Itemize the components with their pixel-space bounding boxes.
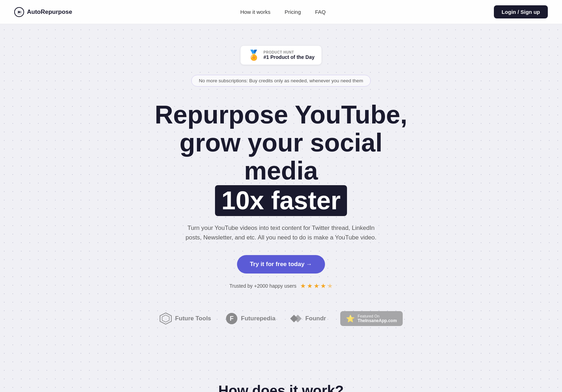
future-tools-icon xyxy=(159,312,172,325)
star-2: ★ xyxy=(307,282,313,290)
product-hunt-badge: 🏅 PRODUCT HUNT #1 Product of the Day xyxy=(240,45,322,65)
svg-marker-2 xyxy=(162,315,169,322)
foundr-icon xyxy=(290,312,302,325)
ph-badge-text: PRODUCT HUNT #1 Product of the Day xyxy=(264,50,315,60)
trust-line: Trusted by +2000 happy users ★ ★ ★ ★ ★ xyxy=(230,282,333,290)
cta-try-free-button[interactable]: Try it for free today → xyxy=(237,255,325,274)
future-tools-logo: Future Tools xyxy=(159,312,211,325)
ph-title: #1 Product of the Day xyxy=(264,54,315,60)
featured-on-site: TheInsaneApp.com xyxy=(358,318,397,323)
futurepedia-icon: F xyxy=(225,312,238,325)
logo-text: AutoRepurpose xyxy=(27,9,72,16)
future-tools-name: Future Tools xyxy=(175,315,211,322)
logo-icon xyxy=(14,7,24,17)
hero-subtext: Turn your YouTube videos into text conte… xyxy=(182,223,380,242)
futurepedia-name: Futurepedia xyxy=(241,315,275,322)
trust-text: Trusted by +2000 happy users xyxy=(230,283,297,289)
svg-text:F: F xyxy=(230,315,234,322)
nav-pricing[interactable]: Pricing xyxy=(285,9,301,15)
heading-line1: Repurpose YouTube, xyxy=(155,100,407,129)
navbar: AutoRepurpose How it works Pricing FAQ L… xyxy=(0,0,562,24)
cta-label: Try it for free today → xyxy=(250,261,312,268)
star-3: ★ xyxy=(314,282,319,290)
theinsaneapp-badge: ⭐ Featured On TheInsaneApp.com xyxy=(340,311,403,326)
futurepedia-logo: F Futurepedia xyxy=(225,312,275,325)
heading-line2: grow your social media xyxy=(180,128,382,185)
login-signup-button[interactable]: Login / Sign up xyxy=(494,5,548,18)
medal-icon: 🏅 xyxy=(248,49,260,61)
hero-section: 🏅 PRODUCT HUNT #1 Product of the Day No … xyxy=(0,24,562,369)
nav-faq[interactable]: FAQ xyxy=(315,9,326,15)
star-4: ★ xyxy=(320,282,326,290)
nav-links: How it works Pricing FAQ xyxy=(240,9,326,15)
star-rating: ★ ★ ★ ★ ★ xyxy=(300,282,333,290)
hero-heading: Repurpose YouTube, grow your social medi… xyxy=(139,101,423,216)
nav-how-it-works[interactable]: How it works xyxy=(240,9,270,15)
svg-marker-1 xyxy=(160,313,171,324)
promo-banner: No more subscriptions: Buy credits only … xyxy=(191,75,370,87)
featured-logos: Future Tools F Futurepedia Foundr xyxy=(159,311,402,326)
star-5: ★ xyxy=(327,282,333,290)
logo[interactable]: AutoRepurpose xyxy=(14,7,72,17)
featured-on-text: Featured On TheInsaneApp.com xyxy=(358,314,397,323)
how-title: How does it work? xyxy=(14,383,548,392)
heading-highlight: 10x faster xyxy=(215,185,347,216)
star-badge-icon: ⭐ xyxy=(346,314,355,323)
star-1: ★ xyxy=(300,282,306,290)
ph-label: PRODUCT HUNT xyxy=(264,50,315,54)
featured-on-label: Featured On xyxy=(358,314,397,318)
foundr-name: Foundr xyxy=(305,315,326,322)
foundr-logo: Foundr xyxy=(290,312,326,325)
how-section: How does it work? xyxy=(0,369,562,392)
